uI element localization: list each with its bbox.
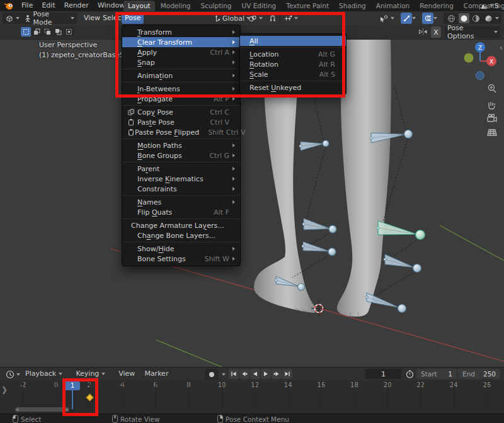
playhead[interactable]: 1: [65, 381, 80, 390]
timeline-menu-keying[interactable]: Keying: [76, 368, 105, 380]
menu-item-clear-transform[interactable]: Clear Transform: [122, 37, 240, 47]
keyframe-diamond[interactable]: [86, 393, 94, 402]
timeline-menu-playback[interactable]: Playback: [25, 368, 62, 380]
jump-to-prev-keyframe-button[interactable]: [239, 369, 249, 379]
jump-to-end-button[interactable]: [282, 369, 292, 379]
mode-selector[interactable]: Pose Mode: [21, 13, 77, 24]
workspace-tab-rendering[interactable]: Rendering: [415, 1, 458, 11]
menu-item-flip-quats[interactable]: Flip QuatsAlt F: [122, 207, 240, 217]
gizmo-minus-axis[interactable]: [476, 72, 484, 80]
menu-item-copy-pose[interactable]: Copy PoseCtrl C: [122, 107, 240, 117]
menu-item-label: Copy Pose: [137, 108, 173, 116]
frame-gridline: [23, 381, 23, 409]
frame-start-field[interactable]: Start 1: [416, 369, 457, 379]
sidebar-collapse-icon[interactable]: ‹: [500, 43, 503, 52]
gizmo-x-label: X: [490, 59, 493, 65]
workspace-tab-modeling[interactable]: Modeling: [156, 1, 195, 11]
workspace-tab-layout[interactable]: Layout: [123, 1, 155, 11]
menu-item-transform[interactable]: Transform: [122, 27, 240, 37]
editor-type-button[interactable]: [3, 13, 22, 24]
menu-item-names[interactable]: Names: [122, 197, 240, 207]
snapping-controls[interactable]: [266, 13, 301, 24]
submenu-arrow-icon: [229, 177, 235, 181]
scrollbar-handle-left[interactable]: [16, 409, 19, 411]
shading-rendered-button[interactable]: [483, 14, 495, 23]
pivot-point-selector[interactable]: [246, 13, 265, 24]
jump-to-start-button[interactable]: [229, 369, 239, 379]
overlays-dropdown[interactable]: [433, 13, 441, 24]
workspace-tab-sculpting[interactable]: Sculpting: [196, 1, 236, 11]
timeline-editor-type-button[interactable]: [3, 369, 23, 380]
select-invert-icon: [55, 28, 62, 35]
menu-item-parent[interactable]: Parent: [122, 164, 240, 174]
gizmo-dropdown[interactable]: [412, 13, 420, 24]
menu-item-scale[interactable]: ScaleAlt S: [240, 69, 346, 79]
show-overlays-toggle[interactable]: [422, 13, 433, 24]
timeline-menu-label: Marker: [144, 368, 168, 380]
stopwatch-icon[interactable]: [406, 369, 414, 378]
menu-item-change-bone-layers[interactable]: Change Bone Layers...: [122, 230, 240, 240]
shading-wireframe-button[interactable]: [446, 14, 457, 23]
object-visibility-button[interactable]: [377, 13, 397, 24]
snap-magnet-icon: [268, 14, 277, 23]
pose-options-label: Pose Options: [447, 24, 492, 40]
select-extend-icon: [33, 28, 40, 35]
timeline-editor[interactable]: PlaybackKeyingViewMarker 1 Start 1 End 2…: [0, 367, 504, 414]
menu-item-shortcut: Ctrl G: [200, 152, 229, 160]
menu-item-animation[interactable]: Animation: [122, 70, 240, 81]
select-mode-invert[interactable]: [53, 27, 63, 37]
pose-options-dropdown[interactable]: Pose Options: [445, 26, 500, 38]
menu-item-inverse-kinematics[interactable]: Inverse Kinematics: [122, 174, 240, 184]
select-mode-extend[interactable]: [32, 27, 42, 37]
mouse-right-icon: [217, 415, 223, 423]
jump-to-next-keyframe-icon: [273, 370, 280, 378]
menu-item-bone-settings[interactable]: Bone SettingsShift W: [122, 254, 240, 264]
play-button[interactable]: [261, 369, 271, 379]
mirror-x-toggle[interactable]: X: [431, 26, 441, 38]
select-mode-set[interactable]: [21, 27, 31, 37]
menu-item-snap[interactable]: Snap: [122, 57, 240, 67]
menu-pose[interactable]: Pose: [122, 13, 144, 24]
menu-item-apply[interactable]: ApplyCtrl A: [122, 47, 240, 57]
menu-item-all[interactable]: All: [240, 36, 346, 46]
workspace-tab-shading[interactable]: Shading: [335, 1, 370, 11]
menu-item-reset-unkeyed[interactable]: Reset Unkeyed: [240, 82, 346, 93]
menu-item-change-armature-layers[interactable]: Change Armature Layers...: [122, 220, 240, 230]
menu-item-bone-groups[interactable]: Bone GroupsCtrl G: [122, 150, 240, 161]
auto-keying-toggle[interactable]: [205, 369, 219, 380]
menu-item-shortcut: Ctrl V: [201, 118, 229, 127]
workspace-tab-animation[interactable]: Animation: [372, 1, 415, 11]
menu-item-constraints[interactable]: Constraints: [122, 184, 240, 194]
menu-item-in-betweens[interactable]: In-Betweens: [122, 84, 240, 94]
select-mode-intersect[interactable]: [64, 27, 74, 37]
shading-solid-button[interactable]: [459, 13, 470, 23]
timeline-scrollbar[interactable]: [15, 407, 69, 412]
menu-item-motion-paths[interactable]: Motion Paths: [122, 140, 240, 150]
play-reverse-button[interactable]: [250, 369, 260, 379]
auto-key-dropdown[interactable]: [222, 373, 226, 376]
menu-item-paste-pose[interactable]: Paste PoseCtrl V: [122, 117, 240, 127]
menu-item-location[interactable]: LocationAlt G: [240, 49, 346, 59]
show-gizmo-toggle[interactable]: [401, 13, 412, 24]
jump-to-next-keyframe-button[interactable]: [272, 369, 282, 379]
submenu-arrow-icon: [229, 87, 235, 91]
frame-gridline: [288, 381, 289, 409]
menu-item-show-hide[interactable]: Show/Hide: [122, 244, 240, 254]
scene-selector[interactable]: S: [479, 0, 499, 11]
timeline-expand-icon[interactable]: ❯: [1, 385, 8, 394]
menu-item-rotation[interactable]: RotationAlt R: [240, 59, 346, 69]
blender-logo-icon[interactable]: [4, 1, 14, 10]
timeline-menu-marker[interactable]: Marker: [144, 368, 168, 380]
workspace-tab-texture-paint[interactable]: Texture Paint: [282, 1, 333, 11]
gizmo-y-axis[interactable]: [464, 54, 474, 63]
menu-item-paste-pose-flipped[interactable]: Paste Pose FlippedShift Ctrl V: [122, 127, 240, 137]
workspace-tab-uv-editing[interactable]: UV Editing: [238, 1, 281, 11]
timeline-menu-view[interactable]: View: [118, 368, 135, 380]
frame-end-field[interactable]: End 250: [458, 369, 500, 379]
menu-item-propagate[interactable]: PropagateAlt P: [122, 94, 240, 104]
shading-material-button[interactable]: [471, 14, 482, 23]
select-mode-subtract[interactable]: [42, 27, 52, 37]
scrollbar-handle-right[interactable]: [66, 409, 68, 411]
current-frame-field[interactable]: 1: [365, 369, 401, 379]
chevron-down-icon: [495, 17, 499, 20]
